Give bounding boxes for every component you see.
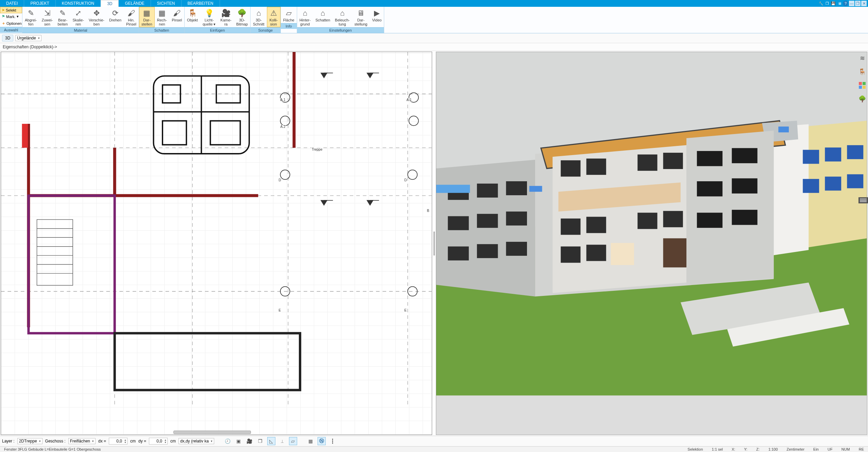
chevron-down-icon: ▾ xyxy=(17,14,19,19)
selection-combo[interactable]: Urgelände ▾ xyxy=(15,35,41,41)
clock-icon[interactable]: 🕘 xyxy=(224,437,232,445)
flaeche-icon: ▱ xyxy=(283,9,294,18)
pinsel-button[interactable]: 🖌Pinsel xyxy=(169,7,184,27)
ribbon-group-einstellungen: ⌂Hinter- grund⌂Schatten⌂Beleuch- tung🖥Da… xyxy=(297,7,385,33)
flaeche-button[interactable]: ▱Fläche xyxy=(281,7,297,23)
screen-icon[interactable]: 🖥 xyxy=(837,1,842,6)
skalieren-button[interactable]: ⤢Skalie- ren xyxy=(70,7,86,27)
plan-axis-b: B xyxy=(426,209,430,213)
properties-hint-bar[interactable]: Eigenschaften (Doppelklick)-> xyxy=(0,43,868,51)
ribbon-group-material: ✎Abgrei- fen⇲Zuwei- sen✎Bear- beiten⤢Ska… xyxy=(22,7,139,33)
status-sel: 1:1 sel xyxy=(710,447,725,451)
ribbon-caption: Schatten xyxy=(139,27,184,33)
window-icon[interactable]: ❐ xyxy=(824,1,830,6)
minimize-icon[interactable]: — xyxy=(849,1,854,6)
restore-icon[interactable]: ❐ xyxy=(855,1,861,6)
zuweisen-label: Zuwei- sen xyxy=(41,18,53,26)
kamera-button[interactable]: 🎥Kame- ra xyxy=(218,7,234,27)
help-icon[interactable]: ? xyxy=(843,1,848,6)
snap-perp-icon[interactable]: ⟂ xyxy=(278,437,286,445)
menu-datei[interactable]: DATEI xyxy=(0,0,24,7)
objekt-button[interactable]: 🪑Objekt xyxy=(185,7,200,27)
zuweisen-button[interactable]: ⇲Zuwei- sen xyxy=(39,7,55,27)
hin-pinsel-button[interactable]: 🖌Hin. Pinsel xyxy=(124,7,139,27)
menu-projekt[interactable]: PROJEKT xyxy=(24,0,55,7)
plus-icon: ＋ xyxy=(2,21,5,26)
layers-icon[interactable]: ≋ xyxy=(858,54,867,63)
hintergrund-button[interactable]: ⌂Hinter- grund xyxy=(297,7,313,27)
save-icon[interactable]: 💾 xyxy=(831,1,836,6)
menu-bearbeiten[interactable]: BEARBEITEN xyxy=(182,0,220,7)
dy-spin-down[interactable]: ▼ xyxy=(164,441,167,443)
3d-bitmap-button[interactable]: 🌳3D- Bitmap xyxy=(234,7,250,27)
verschieben-label: Verschie- ben xyxy=(89,18,104,26)
dx-input[interactable] xyxy=(109,438,123,444)
darstellung-button[interactable]: 🖥Dar- stellung xyxy=(352,7,370,27)
dx-field[interactable]: ▲▼ xyxy=(109,438,127,445)
dy-input[interactable] xyxy=(149,438,164,444)
capture-icon[interactable]: ▣ xyxy=(235,437,243,445)
info-icon[interactable]: ┇ xyxy=(328,437,337,445)
coordmode-combo[interactable]: dx,dy (relativ ka ▾ xyxy=(178,438,214,444)
plan-view-2d[interactable]: Treppe A.1 A.2 A.1 D D E E B xyxy=(1,52,432,435)
darstellen-button[interactable]: ▦Dar- stellen xyxy=(139,7,155,27)
dx-spin-up[interactable]: ▲ xyxy=(123,439,127,441)
geschoss-combo[interactable]: Freiflächen ▾ xyxy=(68,438,96,444)
status-ein: Ein xyxy=(811,447,821,451)
menu-sichten[interactable]: SICHTEN xyxy=(151,0,182,7)
beleuchtung-button[interactable]: ⌂Beleuch- tung xyxy=(333,7,352,27)
kollision-button[interactable]: ⚠Kolli- sion xyxy=(267,7,280,27)
close-icon[interactable]: ✕ xyxy=(861,1,867,6)
dy-unit: cm xyxy=(170,439,176,443)
ribbon-group-sonstige: ⌂3D- Schnitt⚠Kolli- sionSonstige xyxy=(251,7,281,33)
bearbeiten-button[interactable]: ✎Bear- beiten xyxy=(55,7,70,27)
options-button[interactable]: ＋ Optionen xyxy=(0,20,22,27)
drehen-button[interactable]: ⟳Drehen xyxy=(107,7,124,27)
menu-konstruktion[interactable]: KONSTRUKTION xyxy=(56,0,101,7)
mark-label: Mark. xyxy=(6,15,16,19)
3d-schnitt-label: 3D- Schnitt xyxy=(253,18,265,26)
dx-spin-down[interactable]: ▼ xyxy=(123,441,127,443)
camera-icon[interactable]: 🎥 xyxy=(245,437,254,445)
svg-rect-60 xyxy=(448,216,469,230)
view-3d[interactable] xyxy=(436,52,867,435)
svg-point-31 xyxy=(280,170,290,180)
lichtquelle-button[interactable]: 💡Licht- quelle ▾ xyxy=(200,7,218,27)
bearbeiten-icon: ✎ xyxy=(57,9,68,18)
cursor-icon: ➤ xyxy=(2,8,5,12)
menu-gelaende[interactable]: GELÄNDE xyxy=(119,0,151,7)
schatten-button[interactable]: ⌂Schatten xyxy=(313,7,333,27)
ribbon-group-einfügen: 🪑Objekt💡Licht- quelle ▾🎥Kame- ra🌳3D- Bit… xyxy=(185,7,251,33)
chevron-down-icon: ▾ xyxy=(211,439,212,443)
abgreifen-button[interactable]: ✎Abgrei- fen xyxy=(22,7,39,27)
layer-combo[interactable]: 2DTreppe ▾ xyxy=(17,438,42,444)
stack-icon[interactable]: ❒ xyxy=(256,437,265,445)
terrain-icon[interactable]: 🌳 xyxy=(858,95,867,103)
status-mode: Selektion xyxy=(685,447,705,451)
view-mode-badge[interactable]: 3D xyxy=(2,35,13,41)
status-z: Z: xyxy=(754,447,762,451)
rechnen-button[interactable]: ▦Rech- nen xyxy=(155,7,169,27)
svg-rect-49 xyxy=(803,179,819,193)
snap-plane-icon[interactable]: ▱ xyxy=(289,437,297,445)
ribbon-group-schatten: ▦Dar- stellen▦Rech- nen🖌PinselSchatten xyxy=(139,7,185,33)
3d-schnitt-button[interactable]: ⌂3D- Schnitt xyxy=(251,7,267,27)
pane-splitter[interactable] xyxy=(433,51,436,436)
side-panel-handle[interactable] xyxy=(858,197,868,203)
wrench-icon[interactable]: 🔧 xyxy=(818,1,824,6)
ribbon-caption: Einstellungen xyxy=(297,27,384,33)
letter-n-icon[interactable]: Ⓝ xyxy=(318,437,326,445)
menu-3d[interactable]: 3D xyxy=(101,0,119,7)
grid-icon[interactable]: ▦ xyxy=(307,437,315,445)
schatten-label: Schatten xyxy=(316,18,330,22)
video-button[interactable]: ▶Video xyxy=(370,7,384,27)
furniture-icon[interactable]: 🪑 xyxy=(858,67,867,76)
colors-icon[interactable] xyxy=(858,81,867,90)
dy-spin-up[interactable]: ▲ xyxy=(164,439,167,441)
dy-field[interactable]: ▲▼ xyxy=(149,438,168,445)
verschieben-button[interactable]: ✥Verschie- ben xyxy=(86,7,107,27)
snap-angle-icon[interactable]: ◺ xyxy=(267,437,275,445)
select-mode-button[interactable]: ➤ Selekt xyxy=(0,7,22,13)
mark-mode-button[interactable]: ⚑ Mark. ▾ xyxy=(0,13,22,20)
horizontal-scrollbar[interactable] xyxy=(173,431,251,434)
